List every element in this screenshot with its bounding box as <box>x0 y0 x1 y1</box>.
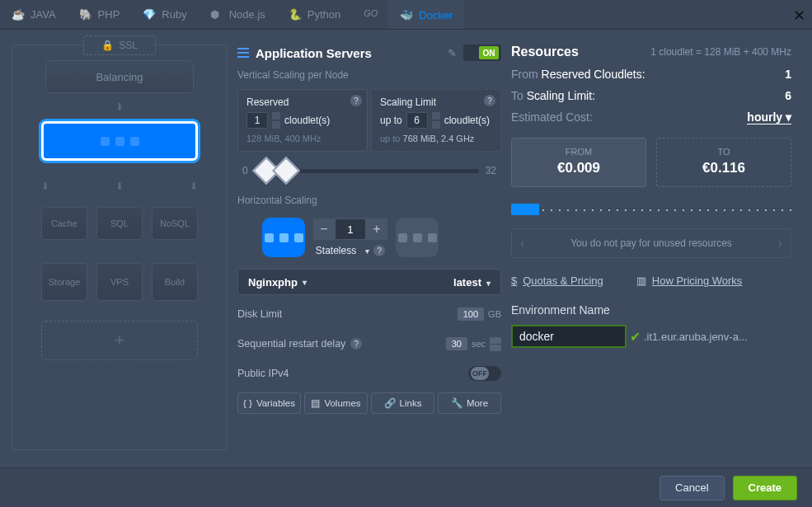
help-icon[interactable]: ? <box>350 95 362 106</box>
help-icon[interactable]: ? <box>484 95 495 106</box>
more-button[interactable]: 🔧More <box>438 392 501 414</box>
tab-docker[interactable]: 🐳Docker <box>388 0 464 29</box>
cloudlet-slider[interactable] <box>255 169 479 173</box>
tab-nodejs[interactable]: ⬢Node.js <box>199 0 277 29</box>
tab-php[interactable]: 🐘PHP <box>68 0 132 29</box>
php-icon: 🐘 <box>79 8 92 21</box>
stepper-icon[interactable] <box>490 337 501 351</box>
cache-node[interactable]: Cache <box>41 207 87 240</box>
chevron-down-icon: ▾ <box>365 246 369 256</box>
braces-icon: { } <box>243 398 252 408</box>
node-count-input[interactable] <box>335 218 366 240</box>
increment-button[interactable]: + <box>366 218 387 240</box>
sql-node[interactable]: SQL <box>96 207 143 240</box>
chevron-down-icon: ▾ <box>303 278 307 287</box>
arrow-down-icon: ⬇ <box>115 181 124 192</box>
price-from-card: FROM €0.009 <box>511 138 646 187</box>
edit-icon[interactable]: ✎ <box>448 47 457 59</box>
build-node[interactable]: Build <box>152 263 198 301</box>
tab-go[interactable]: GOGO <box>352 0 388 29</box>
resources-title: Resources <box>511 45 579 59</box>
stepper-icon[interactable] <box>272 112 280 129</box>
scaling-mode-select[interactable]: Stateless▾ ? <box>316 245 385 256</box>
limit-count: 6 <box>785 89 791 102</box>
price-to-card: TO €0.116 <box>656 138 791 187</box>
reserved-input[interactable] <box>246 112 268 129</box>
chevron-down-icon: ▾ <box>486 279 490 288</box>
java-icon: ☕ <box>12 8 25 21</box>
pricing-note[interactable]: You do not pay for unused resources <box>511 228 791 258</box>
restart-delay-value[interactable]: 30 <box>446 337 467 350</box>
public-ipv4-toggle[interactable] <box>468 366 501 381</box>
dollar-icon: $ <box>511 275 517 287</box>
config-panel: Application Servers ✎ Vertical Scaling p… <box>237 45 501 450</box>
arrow-down-icon: ⬇ <box>190 181 198 192</box>
vps-node[interactable]: VPS <box>96 263 143 301</box>
resources-panel: Resources 1 cloudlet = 128 MiB + 400 MHz… <box>511 45 791 450</box>
docker-icon: 🐳 <box>400 9 413 22</box>
links-button[interactable]: 🔗Links <box>371 392 434 414</box>
wrench-icon: 🔧 <box>451 397 462 409</box>
disk-limit-value[interactable]: 100 <box>458 307 484 321</box>
ssl-chip[interactable]: 🔒 SSL <box>83 35 156 55</box>
cloudlet-legend: 1 cloudlet = 128 MiB + 400 MHz <box>650 46 791 58</box>
cancel-button[interactable]: Cancel <box>659 476 724 500</box>
stepper-icon[interactable] <box>432 112 440 129</box>
app-server-node[interactable] <box>41 121 198 161</box>
python-icon: 🐍 <box>289 8 302 21</box>
arrow-down-icon: ⬇ <box>41 181 49 192</box>
runtime-tabs: ☕JAVA 🐘PHP 💎Ruby ⬢Node.js 🐍Python GOGO 🐳… <box>0 0 812 30</box>
panel-title: Application Servers <box>256 46 441 60</box>
decrement-button[interactable]: − <box>313 218 335 240</box>
env-name-input[interactable] <box>511 325 627 348</box>
public-ipv4-label: Public IPv4 <box>237 368 289 379</box>
slider-min: 0 <box>242 165 248 176</box>
scaling-group-inactive[interactable] <box>396 218 439 257</box>
volumes-button[interactable]: ▤Volumes <box>304 392 368 414</box>
storage-node[interactable]: Storage <box>41 263 87 301</box>
help-icon[interactable]: ? <box>373 245 385 256</box>
tab-python[interactable]: 🐍Python <box>277 0 352 29</box>
balancing-node[interactable]: Balancing <box>45 60 194 93</box>
tab-ruby[interactable]: 💎Ruby <box>131 0 198 29</box>
restart-delay-label: Sequential restart delay <box>237 338 345 350</box>
dialog-footer: Cancel Create <box>0 467 812 507</box>
limit-card: Scaling Limit ? up to cloudlet(s) up to … <box>371 89 501 152</box>
price-slider[interactable] <box>511 204 791 215</box>
cost-label: Estimated Cost: <box>511 110 593 124</box>
create-button[interactable]: Create <box>733 476 797 500</box>
document-icon: ▥ <box>636 275 646 287</box>
chevron-down-icon: ▾ <box>786 110 791 124</box>
arrow-down-icon: ⬇ <box>115 101 124 113</box>
check-icon: ✔ <box>630 329 641 345</box>
how-pricing-link[interactable]: ▥How Pricing Works <box>636 275 743 287</box>
cost-period-select[interactable]: hourly ▾ <box>747 110 791 124</box>
limit-input[interactable] <box>406 112 428 129</box>
link-icon: 🔗 <box>384 397 396 409</box>
lock-icon: 🔒 <box>101 40 114 51</box>
image-select[interactable]: Nginxphp▾ latest▾ <box>237 269 501 295</box>
go-icon: GO <box>364 8 377 21</box>
scaling-group-active[interactable] <box>262 218 305 257</box>
vertical-scaling-label: Vertical Scaling per Node <box>237 69 501 81</box>
topology-panel: 🔒 SSL Balancing ⬇ ⬇ ⬇ ⬇ Cache SQL NoSQL … <box>12 45 228 450</box>
node-count-stepper: − + <box>313 218 387 240</box>
close-icon[interactable]: ✕ <box>793 7 805 25</box>
ruby-icon: 💎 <box>143 8 156 21</box>
ssl-label: SSL <box>119 40 138 51</box>
disk-icon: ▤ <box>311 397 320 409</box>
layer-toggle[interactable] <box>463 45 501 61</box>
tab-java[interactable]: ☕JAVA <box>0 0 68 29</box>
slider-max: 32 <box>486 165 496 176</box>
horizontal-scaling-label: Horizontal Scaling <box>237 195 501 206</box>
reserved-card: Reserved ? cloudlet(s) 128 MiB, 400 MHz <box>237 89 368 152</box>
help-icon[interactable]: ? <box>350 338 362 350</box>
disk-limit-label: Disk Limit <box>237 308 282 320</box>
quotas-link[interactable]: $Quotas & Pricing <box>511 275 603 287</box>
add-layer-button[interactable]: + <box>41 321 198 360</box>
layer-icon <box>237 48 249 58</box>
nosql-node[interactable]: NoSQL <box>152 207 198 240</box>
slider-handle-limit[interactable] <box>272 157 300 185</box>
variables-button[interactable]: { }Variables <box>237 392 301 414</box>
env-name-label: Environment Name <box>511 303 791 317</box>
